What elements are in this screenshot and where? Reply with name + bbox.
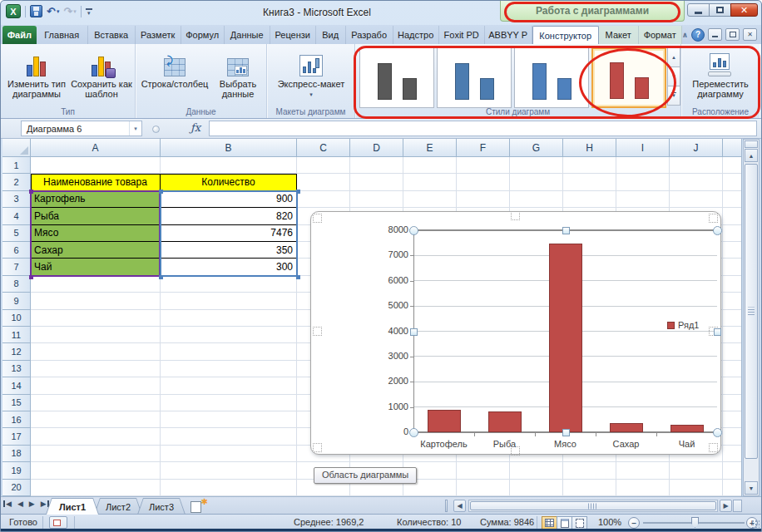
insert-sheet-button[interactable]: ✱ <box>187 500 209 515</box>
chart-bar[interactable] <box>549 244 582 432</box>
gallery-more-button[interactable]: ▼ <box>667 86 680 106</box>
chart-frame-grip[interactable] <box>709 443 718 452</box>
help-icon[interactable]: ? <box>691 28 705 42</box>
redo-button[interactable]: ↷▾ <box>63 5 76 17</box>
macro-record-icon[interactable] <box>49 516 67 529</box>
chart-bar[interactable] <box>488 411 522 432</box>
ribbon-tab[interactable]: Формул <box>181 26 225 44</box>
table-header-cell[interactable]: Количество <box>161 174 297 190</box>
quick-layout-button[interactable]: Экспресс-макет ▾ <box>271 48 351 100</box>
chart-frame-grip[interactable] <box>313 443 322 452</box>
table-cell-name[interactable]: Чай <box>31 259 161 275</box>
row-header[interactable]: 7 <box>2 259 31 275</box>
change-chart-type-button[interactable]: Изменить тип диаграммы <box>6 48 67 99</box>
table-cell-name[interactable]: Сахар <box>31 242 161 259</box>
row-header[interactable]: 11 <box>2 327 31 343</box>
move-chart-button[interactable]: Переместить диаграмму <box>685 48 756 99</box>
first-sheet-button[interactable]: ◀ <box>6 500 12 508</box>
chart-style-option[interactable] <box>359 47 434 108</box>
selection-handle[interactable] <box>410 328 418 336</box>
column-header[interactable]: B <box>161 139 297 157</box>
table-cell-qty[interactable]: 7476 <box>161 225 297 242</box>
chart-style-selected[interactable] <box>591 47 666 108</box>
select-all-corner[interactable] <box>2 139 31 157</box>
row-header[interactable]: 5 <box>2 225 31 242</box>
select-data-button[interactable]: Выбрать данные <box>212 48 264 99</box>
sheet-tab[interactable]: Лист1 <box>46 498 99 515</box>
table-cell-qty[interactable]: 350 <box>161 242 297 259</box>
chart-bar[interactable] <box>670 425 704 432</box>
vertical-split-handle[interactable] <box>745 140 758 148</box>
chart-frame-grip[interactable] <box>313 327 322 336</box>
ribbon-tab[interactable]: Рецензи <box>270 26 316 44</box>
tab-scroll-splitter[interactable] <box>445 500 448 512</box>
column-header[interactable]: E <box>403 139 457 157</box>
vertical-scroll-thumb[interactable] <box>745 164 758 459</box>
row-header[interactable]: 12 <box>2 343 31 360</box>
horizontal-scroll-thumb[interactable] <box>470 501 716 510</box>
ribbon-tab[interactable]: Вставка <box>88 26 136 44</box>
ribbon-tab[interactable]: Надстро <box>393 26 439 44</box>
ribbon-tab[interactable]: Данные <box>225 26 270 44</box>
workbook-close-button[interactable]: ✕ <box>743 28 757 41</box>
chart-frame-grip[interactable] <box>511 211 520 220</box>
minimize-button[interactable] <box>687 3 710 17</box>
table-cell-qty[interactable]: 900 <box>161 191 297 208</box>
row-header[interactable]: 20 <box>2 480 31 496</box>
row-header[interactable]: 8 <box>2 276 31 293</box>
row-header[interactable]: 2 <box>2 174 31 190</box>
chart-frame-grip[interactable] <box>313 214 322 223</box>
sheet-tab[interactable]: Лист2 <box>94 498 142 515</box>
ribbon-tab[interactable]: Разрабо <box>346 26 393 44</box>
ribbon-tab[interactable]: ABBYY P <box>485 26 532 44</box>
row-header[interactable]: 17 <box>2 428 31 445</box>
save-icon[interactable] <box>30 5 42 17</box>
row-header[interactable]: 10 <box>2 310 31 327</box>
table-cell-name[interactable]: Мясо <box>31 225 161 242</box>
collapse-ribbon-icon[interactable]: ∧ <box>682 31 688 39</box>
row-header[interactable]: 15 <box>2 395 31 411</box>
table-cell-name[interactable]: Рыба <box>31 208 161 224</box>
row-header[interactable]: 3 <box>2 191 31 208</box>
chart-style-option[interactable] <box>437 47 512 108</box>
table-header-cell[interactable]: Наименование товара <box>31 174 161 190</box>
ribbon-tab[interactable]: Конструктор <box>532 26 599 44</box>
column-header[interactable]: F <box>457 139 510 157</box>
column-header[interactable]: J <box>670 139 723 157</box>
ribbon-tab[interactable]: Макет <box>599 26 639 44</box>
column-header[interactable]: G <box>510 139 563 157</box>
selection-handle[interactable] <box>562 429 570 436</box>
chart-frame-grip[interactable] <box>511 446 520 456</box>
selection-handle[interactable] <box>714 328 721 336</box>
column-header[interactable]: A <box>31 139 161 157</box>
save-as-template-button[interactable]: Сохранить как шаблон <box>71 48 132 99</box>
close-button[interactable]: ✕ <box>730 3 758 17</box>
customize-qat-button[interactable]: ▾ <box>86 8 92 15</box>
row-header[interactable]: 19 <box>2 462 31 479</box>
ribbon-tab[interactable]: Разметк <box>136 26 181 44</box>
chart-bar[interactable] <box>610 423 643 432</box>
ribbon-tab[interactable]: Главная <box>37 26 88 44</box>
chart-bar[interactable] <box>428 410 461 432</box>
column-header[interactable]: I <box>616 139 670 157</box>
switch-row-column-button[interactable]: ⤸ Строка/столбец <box>139 48 210 89</box>
column-header[interactable]: C <box>297 139 350 157</box>
name-box[interactable]: Диаграмма 6 ▾ <box>21 121 142 136</box>
next-sheet-button[interactable]: ▶ <box>29 500 35 508</box>
scroll-up-button[interactable]: ▲ <box>745 149 758 162</box>
tab-file[interactable]: Файл <box>2 26 37 44</box>
view-normal-button[interactable] <box>542 516 557 530</box>
row-header[interactable]: 6 <box>2 242 31 259</box>
table-cell-name[interactable]: Картофель <box>31 191 161 208</box>
row-header[interactable]: 16 <box>2 411 31 428</box>
row-header[interactable]: 14 <box>2 377 31 394</box>
zoom-level[interactable]: 100% <box>598 517 621 527</box>
zoom-out-button[interactable]: – <box>628 517 640 529</box>
selection-handle[interactable] <box>409 428 418 437</box>
row-header[interactable]: 9 <box>2 293 31 309</box>
workbook-minimize-button[interactable] <box>708 28 722 41</box>
gallery-up-button[interactable]: ▲ <box>667 47 680 67</box>
selection-handle[interactable] <box>562 227 570 234</box>
chart-legend[interactable]: Ряд1 <box>667 320 699 330</box>
prev-sheet-button[interactable]: ◀ <box>17 500 23 508</box>
